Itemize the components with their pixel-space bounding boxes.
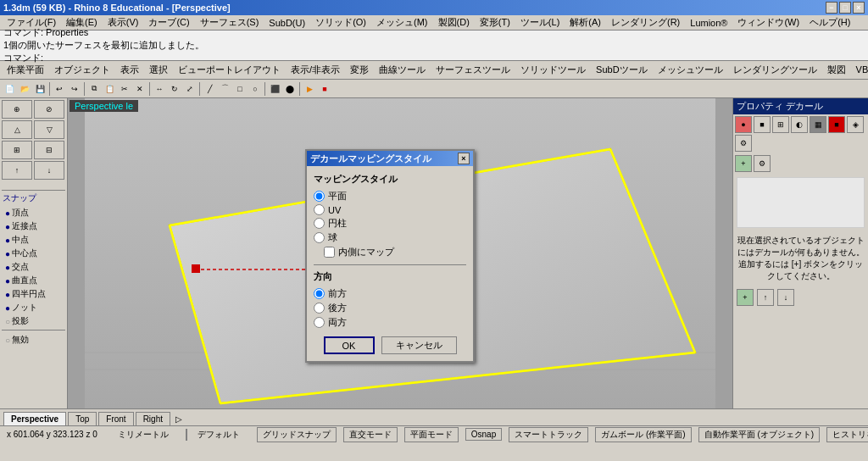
rp-alpha-btn[interactable]: ■ [828,116,845,133]
left-btn-6[interactable]: ⊟ [34,141,64,159]
snap-quad[interactable]: ● 四半円点 [2,287,65,301]
rp-color-btn[interactable]: ● [735,116,752,133]
option-both[interactable]: 両方 [314,315,466,330]
polyline-btn[interactable]: ⌒ [217,81,232,97]
render-btn[interactable]: ▶ [302,81,317,97]
toolbar-surface-tools[interactable]: サーフェスツール [431,63,515,77]
option-forward[interactable]: 前方 [314,286,466,301]
toolbar-mesh-tools[interactable]: メッシュツール [653,63,728,77]
option-flat[interactable]: 平面 [314,189,466,203]
gumball-btn[interactable]: ガムボール (作業平面) [595,427,691,442]
radio-both[interactable] [314,317,325,328]
smarttrack-btn[interactable]: スマートトラック [509,427,588,442]
left-btn-2[interactable]: ⊘ [34,100,64,119]
toolbar-transform[interactable]: 変形 [345,63,374,77]
rp-add-btn[interactable]: + [735,155,752,172]
toolbar-select[interactable]: 選択 [144,63,173,77]
ok-button[interactable]: OK [324,336,375,354]
snap-knot[interactable]: ● ノット [2,301,65,314]
snap-invalid[interactable]: ○ 無効 [2,333,65,347]
toolbar-drafting[interactable]: 製図 [822,63,851,77]
tab-front[interactable]: Front [98,412,133,425]
toolbar-subd-tools[interactable]: SubDツール [591,63,653,77]
radio-backward[interactable] [314,303,325,314]
left-btn-8[interactable]: ↓ [34,161,64,180]
minimize-button[interactable]: − [826,2,837,14]
copy-btn[interactable]: ⧉ [86,81,102,97]
planar-btn[interactable]: 平面モード [404,427,459,442]
rp-down-btn[interactable]: ↓ [777,289,794,306]
rp-bump-btn[interactable]: ▦ [810,116,826,133]
option-uv[interactable]: UV [314,203,466,216]
tab-perspective[interactable]: Perspective [3,412,66,425]
checkbox-inner-map[interactable] [324,247,335,258]
toolbar-viewport-layout[interactable]: ビューポートレイアウト [173,63,286,77]
material-btn[interactable]: ■ [317,81,332,97]
rect-btn[interactable]: □ [232,81,248,97]
option-backward[interactable]: 後方 [314,301,466,315]
radio-uv[interactable] [314,204,325,215]
rp-up-btn[interactable]: ↑ [757,289,774,306]
undo-btn[interactable]: ↩ [52,81,67,97]
redo-btn[interactable]: ↪ [67,81,82,97]
tabs-arrow[interactable]: ▷ [172,413,186,425]
option-inner-map[interactable]: 内側にマップ [324,245,466,259]
toolbar-render-tools[interactable]: レンダリングツール [728,63,822,77]
save-btn[interactable]: 💾 [32,81,47,97]
close-button[interactable]: × [853,2,865,14]
left-btn-3[interactable]: △ [2,120,32,139]
rp-material-btn[interactable]: ■ [754,116,771,133]
left-btn-7[interactable]: ↑ [2,161,32,180]
toolbar-display[interactable]: 表示 [115,63,144,77]
cut-btn[interactable]: ✂ [117,81,132,97]
rp-setting-btn[interactable]: ⚙ [735,135,752,152]
revolve-btn[interactable]: ⬤ [282,81,298,97]
scale-btn[interactable]: ⤢ [182,81,198,97]
toolbar-workplane[interactable]: 作業平面 [2,63,49,77]
rotate-btn[interactable]: ↻ [167,81,182,97]
line-btn[interactable]: ╱ [202,81,217,97]
snap-center[interactable]: ● 中心点 [2,247,65,260]
toolbar-solid-tools[interactable]: ソリッドツール [515,63,591,77]
left-btn-1[interactable]: ⊕ [2,100,32,119]
option-sphere[interactable]: 球 [314,230,466,245]
snap-mid[interactable]: ● 中点 [2,233,65,247]
radio-cylinder[interactable] [314,218,325,229]
rp-texture-btn[interactable]: ⊞ [772,116,789,133]
grid-snap-btn[interactable]: グリッドスナップ [257,427,337,442]
tab-right[interactable]: Right [136,412,170,425]
toolbar-show-hide[interactable]: 表示/非表示 [286,63,345,77]
delete-btn[interactable]: ✕ [132,81,147,97]
extrude-btn[interactable]: ⬛ [267,81,282,97]
viewport-area[interactable]: Perspective le [68,98,732,408]
autoplane-btn[interactable]: 自動作業平面 (オブジェクト) [698,427,820,442]
snap-project[interactable]: ○ 投影 [2,314,65,328]
snap-curvature[interactable]: ● 曲直点 [2,274,65,287]
rp-add2-btn[interactable]: + [737,289,754,306]
cancel-button[interactable]: キャンセル [381,336,457,354]
dialog-close-button[interactable]: × [458,153,470,164]
ortho-btn[interactable]: 直交モード [343,427,398,442]
toolbar-vbo[interactable]: VBO新機能 [851,63,868,77]
left-btn-4[interactable]: ▽ [34,120,64,139]
snap-near[interactable]: ● 近接点 [2,219,65,233]
open-btn[interactable]: 📂 [17,81,32,97]
snap-vertex[interactable]: ● 頂点 [2,206,65,219]
history-btn[interactable]: ヒストリを記録 [826,427,868,442]
maximize-button[interactable]: □ [839,2,851,14]
snap-intersect[interactable]: ● 交点 [2,260,65,274]
new-btn[interactable]: 📄 [2,81,17,97]
paste-btn[interactable]: 📋 [102,81,117,97]
move-btn[interactable]: ↔ [152,81,167,97]
rp-decal-btn[interactable]: ◈ [847,116,864,133]
option-cylinder[interactable]: 円柱 [314,216,466,230]
radio-sphere[interactable] [314,232,325,243]
osnap-btn[interactable]: Osnap [465,428,502,441]
rp-settings2-btn[interactable]: ⚙ [754,155,771,172]
radio-forward[interactable] [314,288,325,299]
left-btn-5[interactable]: ⊞ [2,141,32,159]
toolbar-curve-tools[interactable]: 曲線ツール [374,63,431,77]
rp-env-btn[interactable]: ◐ [791,116,808,133]
tab-top[interactable]: Top [68,412,97,425]
circle-btn[interactable]: ○ [248,81,263,97]
